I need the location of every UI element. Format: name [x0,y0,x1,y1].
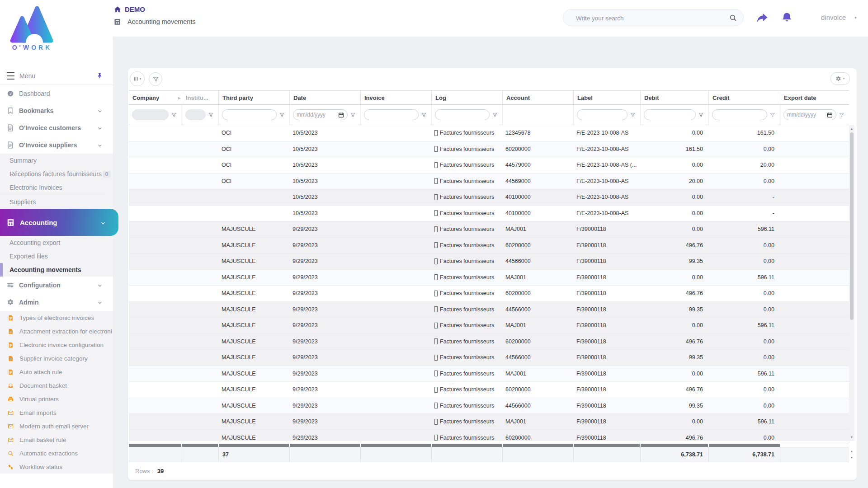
table-row[interactable]: MAJUSCULE9/29/2023Factures fournisseurs6… [129,238,849,254]
table-row[interactable]: MAJUSCULE9/29/2023Factures fournisseursM… [129,366,849,382]
table-row[interactable]: MAJUSCULE9/29/2023Factures fournisseurs4… [129,350,849,366]
table-row[interactable]: MAJUSCULE9/29/2023Factures fournisseurs6… [129,286,849,302]
sidebar-item-exported-files[interactable]: Exported files [0,249,113,263]
sidebar-item-r-ceptions-factures-fournisseurs[interactable]: Réceptions factures fournisseurs0 [0,167,113,181]
share-icon[interactable] [756,12,768,24]
sidebar-item-workflow-status[interactable]: Workflow status [0,460,113,474]
filter-input-credit[interactable] [712,109,767,120]
sidebar-item-dashboard[interactable]: Dashboard [0,85,113,102]
sidebar-item-email-basket-rule[interactable]: Email basket rule [0,433,113,446]
sidebar-item-supplier-invoice-category[interactable]: Supplier invoice category [0,352,113,365]
table-row[interactable]: MAJUSCULE9/29/2023Factures fournisseurs6… [129,430,849,441]
filter-input-invoice[interactable] [364,109,419,120]
filter-menu-invoice[interactable] [421,112,427,118]
filter-date-input-export-date[interactable]: mm/dd/yyyy [783,109,836,120]
grid-settings-button[interactable]: ▾ [830,72,850,85]
scroll-up-icon[interactable]: ▲ [849,127,854,130]
sidebar-item-suppliers[interactable]: Suppliers [0,195,113,209]
filter-menu-debit[interactable] [698,112,704,118]
cell-label: F/39000118 [573,398,640,414]
column-header-label[interactable]: Label [573,91,640,104]
sidebar-item-virtual-printers[interactable]: Virtual printers [0,392,113,406]
sidebar-item-attachment-extraction-for-electroni[interactable]: Attachment extraction for electroni [0,324,113,338]
totals-scroll-down-icon[interactable]: ▼ [849,456,854,459]
sidebar-item-electronic-invoices[interactable]: Electronic Invoices [0,181,113,194]
sidebar-item-accounting-movements[interactable]: Accounting movements [0,263,113,277]
sidebar-item-document-basket[interactable]: Document basket [0,379,113,392]
sidebar-item-electronic-invoice-configuration[interactable]: Electronic invoice configuration [0,338,113,352]
sidebar-item-bookmarks[interactable]: Bookmarks [0,102,113,119]
table-row[interactable]: OCI10/5/2023Factures fournisseurs6020000… [129,141,849,158]
table-row[interactable]: 10/5/2023Factures fournisseurs40100000F/… [129,206,849,222]
filter-menu-company[interactable] [171,112,177,118]
sidebar-item-o-invoice-customers[interactable]: O'Invoice customers [0,119,113,136]
table-row[interactable]: MAJUSCULE9/29/2023Factures fournisseurs4… [129,302,849,318]
filter-menu-date[interactable] [350,112,356,118]
sidebar-item-accounting-export[interactable]: Accounting export [0,236,113,249]
funnel-icon [630,112,636,118]
filter-button[interactable] [149,72,162,86]
missing-glyph-icon [434,306,438,312]
table-row[interactable]: OCI10/5/2023Factures fournisseurs4456900… [129,174,849,190]
table-row[interactable]: MAJUSCULE9/29/2023Factures fournisseurs4… [129,398,849,414]
horizontal-scrollbar[interactable] [129,444,780,447]
table-row[interactable]: OCI10/5/2023Factures fournisseurs4457900… [129,157,849,174]
filter-input-debit[interactable] [644,109,696,120]
caret-down-icon[interactable]: ▾ [854,15,857,20]
sidebar-item-admin[interactable]: Admin [0,294,113,311]
filter-input-label[interactable] [577,109,627,120]
column-header-company[interactable]: Company▸ [129,91,182,104]
column-header-institution[interactable]: Institu... [182,91,218,104]
sidebar-item-modern-auth-email-server[interactable]: Modern auth email server [0,419,113,433]
sidebar-item-configuration[interactable]: Configuration [0,277,113,294]
sidebar-item-auto-attach-rule[interactable]: Auto attach rule [0,365,113,379]
sidebar-item-summary[interactable]: Summary [0,154,113,167]
horizontal-scrollbar-track[interactable] [781,444,849,447]
column-header-date[interactable]: Date [289,91,360,104]
sidebar-item-o-invoice-suppliers[interactable]: O'Invoice suppliers [0,136,113,154]
search-icon[interactable] [729,14,737,22]
column-header-account[interactable]: Account [502,91,573,104]
table-row[interactable]: MAJUSCULE9/29/2023Factures fournisseurs4… [129,253,849,270]
total-log [431,447,502,462]
column-header-invoice[interactable]: Invoice [360,91,431,104]
filter-input-third-party[interactable] [222,109,277,120]
sidebar-item-automatic-extractions[interactable]: Automatic extractions [0,446,113,460]
column-header-export-date[interactable]: Export date [780,91,849,104]
vertical-scrollbar-thumb[interactable] [850,132,854,320]
sidebar-item-email-imports[interactable]: Email imports [0,406,113,419]
user-menu[interactable]: dinvoice [821,14,846,21]
table-row[interactable]: 10/5/2023Factures fournisseurs40100000F/… [129,189,849,206]
filter-menu-institution[interactable] [208,112,214,118]
breadcrumb[interactable]: DEMO [114,5,145,13]
table-row[interactable]: MAJUSCULE9/29/2023Factures fournisseurs6… [129,382,849,398]
table-row[interactable]: MAJUSCULE9/29/2023Factures fournisseursM… [129,221,849,238]
filter-menu-label[interactable] [630,112,636,118]
sidebar-item-accounting[interactable]: Accounting [0,209,118,236]
column-header-debit[interactable]: Debit [640,91,708,104]
column-header-credit[interactable]: Credit [708,91,780,104]
totals-scroll-up-icon[interactable]: ▲ [849,450,854,453]
table-row[interactable]: MAJUSCULE9/29/2023Factures fournisseursM… [129,270,849,286]
filter-menu-log[interactable] [492,112,498,118]
hamburger-icon[interactable] [7,72,14,80]
bell-icon[interactable] [781,12,793,23]
sidebar-item-types-of-electronic-invoices[interactable]: Types of electronic invoices [0,311,113,324]
search-input[interactable] [575,10,726,26]
filter-menu-credit[interactable] [769,112,775,118]
filter-date-input-date[interactable]: mm/dd/yyyy [293,109,348,120]
table-row[interactable]: MAJUSCULE9/29/2023Factures fournisseurs6… [129,334,849,350]
column-header-third-party[interactable]: Third party [218,91,289,104]
filter-input-log[interactable] [435,109,490,120]
filter-menu-export-date[interactable] [839,112,844,118]
table-row[interactable]: MAJUSCULE9/29/2023Factures fournisseursM… [129,318,849,334]
pin-icon[interactable] [96,72,103,79]
columns-selector-button[interactable]: ▾ [130,71,145,86]
filter-menu-third-party[interactable] [279,112,285,118]
table-row[interactable]: OCI10/5/2023Factures fournisseurs1234567… [129,125,849,141]
scrollbar-gap [218,444,219,447]
scroll-down-icon[interactable]: ▼ [849,436,854,439]
column-header-log[interactable]: Log [431,91,502,104]
table-row[interactable]: MAJUSCULE9/29/2023Factures fournisseursM… [129,414,849,430]
cell-institution [182,286,218,301]
